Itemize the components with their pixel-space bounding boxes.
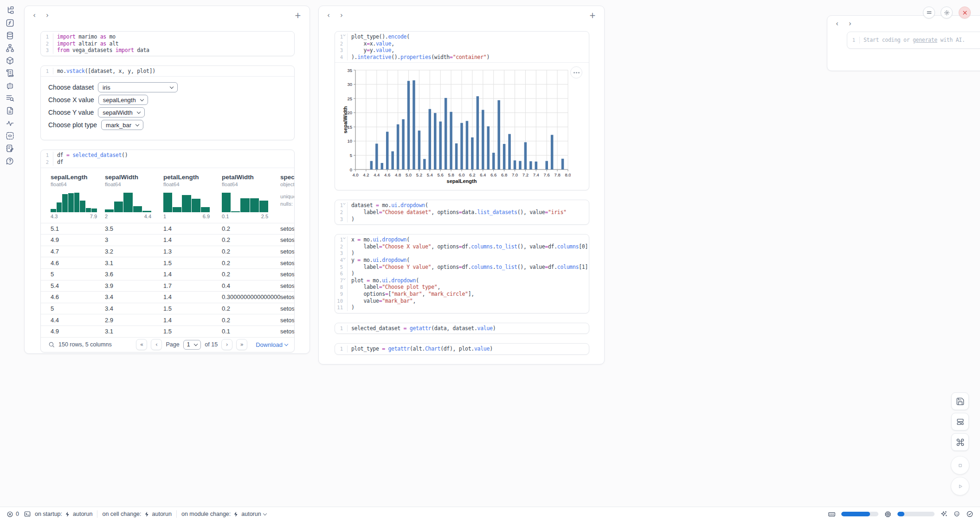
layout-panels-icon [956, 417, 965, 426]
code-cell-vstack[interactable]: 1mo.vstack([dataset, x, y, plot]) Choose… [40, 65, 295, 141]
line-number-gutter: 1234567891011 [335, 236, 348, 311]
code-cell-dataframe[interactable]: 12df = selected_dataset()df sepalLengthf… [40, 150, 295, 352]
files-button[interactable] [6, 6, 15, 15]
code-cell-imports[interactable]: 123import marimo as moimport altair as a… [40, 31, 295, 56]
error-indicator[interactable]: 0 [6, 511, 19, 518]
chevron-right-icon[interactable]: › [45, 12, 50, 19]
last-page-button[interactable]: » [236, 339, 247, 350]
code-editor[interactable]: Start coding or generate with AI. [860, 37, 980, 44]
cpu-usage-meter [897, 512, 935, 516]
table-row[interactable]: 4.931.40.2setosa [41, 234, 294, 246]
collapse-chevron-icon [343, 257, 346, 260]
column-header-petalLength[interactable]: petalLengthfloat6416.9 [163, 174, 222, 219]
shutdown-button[interactable] [959, 7, 971, 19]
chevron-left-icon[interactable]: ‹ [326, 12, 331, 19]
search-icon[interactable] [48, 341, 55, 348]
code-editor[interactable]: df = selected_dataset()df [53, 152, 294, 165]
packages-button[interactable] [6, 56, 15, 65]
code-editor[interactable]: plot_type = getattr(alt.Chart(df), plot.… [348, 345, 589, 352]
dependencies-button[interactable] [6, 44, 15, 52]
help-button[interactable] [6, 156, 15, 165]
column-header-sepalLength[interactable]: sepalLengthfloat644.37.9 [51, 174, 105, 219]
keyboard-shortcuts-button[interactable] [951, 433, 969, 451]
download-button[interactable]: Download [256, 341, 288, 348]
column-header-species[interactable]: speciesobjectunique:nulls: [280, 174, 295, 219]
connection-status-button[interactable] [966, 510, 974, 518]
table-row[interactable]: 4.73.21.30.2setosa [41, 246, 294, 257]
svg-text:7.4: 7.4 [533, 172, 539, 177]
svg-text:25: 25 [347, 96, 352, 101]
settings-button[interactable] [941, 7, 953, 19]
chevron-left-icon[interactable]: ‹ [835, 20, 839, 27]
scratchpad-button[interactable] [6, 144, 15, 153]
column-header-sepalWidth[interactable]: sepalWidthfloat6424.4 [105, 174, 163, 219]
stop-button[interactable] [951, 456, 969, 475]
table-row[interactable]: 53.41.50.2setosa [41, 303, 294, 314]
table-row[interactable]: 5.13.51.40.2setosa [41, 223, 294, 234]
svg-text:7.6: 7.6 [544, 172, 550, 177]
bar-chart[interactable]: 4.04.24.44.64.85.05.25.45.65.86.06.26.46… [342, 66, 585, 187]
code-editor[interactable]: mo.vstack([dataset, x, y, plot]) [53, 68, 294, 75]
code-editor[interactable]: dataset = mo.ui.dropdown( label="Choose … [348, 202, 589, 222]
code-cell-selected-dataset[interactable]: 1selected_dataset = getattr(data, datase… [335, 323, 589, 334]
first-page-button[interactable]: « [136, 339, 147, 350]
code-editor[interactable]: x = mo.ui.dropdown( label="Choose X valu… [348, 236, 589, 311]
code-editor[interactable]: import marimo as moimport altair as altf… [53, 33, 294, 54]
chevron-right-icon[interactable]: › [848, 20, 852, 27]
code-cell-plot-type[interactable]: 1plot_type = getattr(alt.Chart(df), plot… [335, 343, 589, 355]
add-cell-button[interactable]: + [588, 12, 597, 20]
on-startup-label: on startup: [35, 511, 62, 517]
line-number-gutter: 1234 [335, 33, 348, 60]
functions-button[interactable] [6, 19, 15, 27]
code-cell-dataset-dropdown[interactable]: 123dataset = mo.ui.dropdown( label="Choo… [335, 200, 589, 225]
logs-button[interactable] [6, 69, 15, 78]
terminal-button[interactable] [24, 510, 31, 518]
svg-text:6.2: 6.2 [469, 172, 475, 177]
table-row[interactable]: 4.42.91.40.2setosa [41, 314, 294, 326]
column-histogram [222, 192, 268, 212]
table-row[interactable]: 53.61.40.2setosa [41, 268, 294, 280]
code-cell-plot[interactable]: 1234plot_type().encode( x=x.value, y=y.v… [335, 31, 589, 190]
chevron-right-icon[interactable]: › [339, 12, 344, 19]
tracing-button[interactable] [6, 119, 15, 128]
previous-page-button[interactable]: ‹ [151, 339, 162, 350]
documentation-button[interactable] [6, 94, 15, 103]
code-editor[interactable]: plot_type().encode( x=x.value, y=y.value… [348, 33, 589, 60]
table-row[interactable]: 5.43.91.70.4setosa [41, 280, 294, 292]
code-cell-xy-plot-dropdowns[interactable]: 1234567891011x = mo.ui.dropdown( label="… [335, 234, 589, 313]
chevron-left-icon[interactable]: ‹ [32, 12, 37, 19]
notebook-column-3: ‹ › 1Start coding or generate with AI. [827, 15, 980, 71]
plot-type-select[interactable]: mark_bar [101, 120, 143, 130]
svg-text:6.0: 6.0 [458, 172, 464, 177]
chat-button[interactable] [6, 81, 15, 90]
table-footer: 150 rows, 5 columns « ‹ Page 1 of 15 › »… [41, 337, 294, 352]
layout-button[interactable] [951, 413, 969, 430]
on-startup-setting[interactable]: on startup: autorun [35, 511, 92, 517]
add-cell-button[interactable]: + [294, 12, 302, 20]
copilot-button[interactable] [953, 510, 961, 518]
datasources-button[interactable] [6, 31, 15, 40]
table-row[interactable]: 4.63.11.50.2setosa [41, 257, 294, 268]
run-button[interactable] [951, 477, 969, 495]
dataset-select[interactable]: iris [98, 82, 178, 92]
menu-button[interactable] [923, 7, 935, 19]
x-value-select[interactable]: sepalLength [98, 95, 148, 105]
svg-text:7.2: 7.2 [522, 172, 529, 177]
table-row[interactable]: 4.63.41.40.30000000000000004setosa [41, 291, 294, 303]
control-label: Choose dataset [48, 84, 94, 91]
table-row[interactable]: 4.93.11.50.1setosa [41, 326, 294, 337]
outputs-button[interactable] [6, 131, 15, 140]
ai-assist-button[interactable] [940, 510, 948, 518]
on-module-change-setting[interactable]: on module change: autorun [181, 511, 266, 517]
on-startup-mode: autorun [73, 511, 92, 517]
page-select[interactable]: 1 [183, 340, 201, 350]
column-header-petalWidth[interactable]: petalWidthfloat640.12.5 [222, 174, 280, 219]
snippets-button[interactable] [6, 106, 15, 115]
y-value-select[interactable]: sepalWidth [98, 107, 144, 117]
on-cell-change-setting[interactable]: on cell change: autorun [102, 511, 172, 517]
svg-text:35: 35 [347, 68, 352, 73]
empty-code-cell[interactable]: 1Start coding or generate with AI. [847, 32, 980, 49]
code-editor[interactable]: selected_dataset = getattr(data, dataset… [348, 325, 589, 332]
next-page-button[interactable]: › [221, 339, 232, 350]
save-button[interactable] [951, 392, 969, 410]
